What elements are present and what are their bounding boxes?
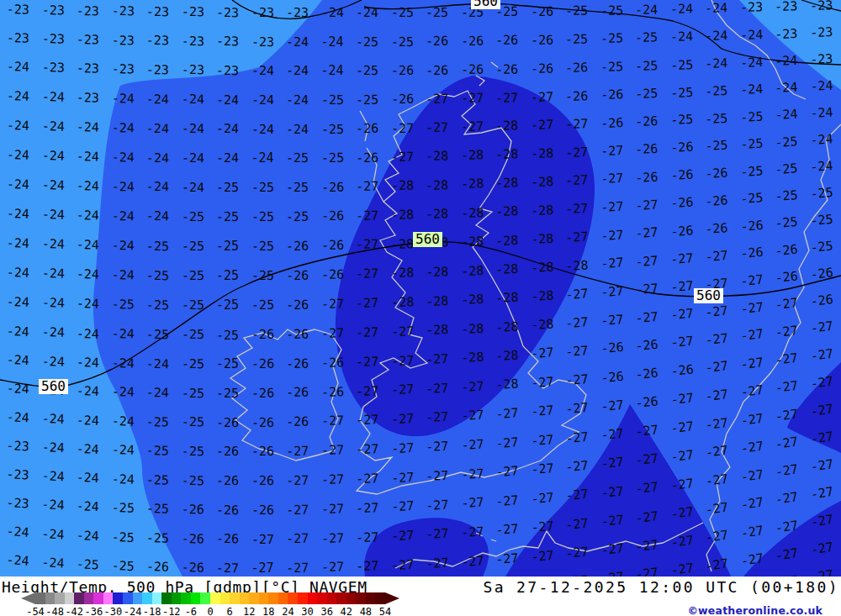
temp-value: -26	[705, 166, 728, 181]
temp-value: -24	[41, 120, 64, 134]
temp-value: -26	[181, 503, 204, 516]
temp-value: -27	[356, 443, 379, 456]
temp-value: -24	[740, 29, 764, 42]
temp-value: -25	[146, 445, 169, 458]
colorbar-cell	[375, 592, 385, 604]
temp-value: -27	[810, 541, 834, 557]
colorbar-cell	[259, 592, 269, 604]
temp-value: -27	[461, 380, 484, 393]
temp-value: -24	[111, 151, 134, 164]
temp-value: -27	[670, 477, 695, 492]
temp-value: -24	[775, 55, 798, 68]
temp-value: -24	[7, 266, 30, 280]
temp-value: -25	[670, 113, 694, 127]
temp-value: -25	[740, 165, 764, 179]
colorbar-cell	[93, 592, 103, 604]
temp-value: -23	[77, 5, 99, 18]
temp-value: -25	[670, 86, 694, 99]
temp-value: -25	[356, 36, 378, 49]
temp-value: -27	[356, 502, 379, 515]
temp-value: -27	[600, 399, 624, 413]
temp-value: -23	[111, 5, 134, 18]
colorbar-cell	[317, 592, 327, 604]
temp-value: -28	[461, 293, 484, 307]
temp-value: -27	[635, 282, 659, 297]
temp-value: -26	[286, 329, 309, 341]
temp-value: -24	[146, 210, 169, 223]
temp-value: -23	[111, 34, 134, 47]
colorbar-cell	[172, 592, 182, 604]
temp-value: -27	[356, 268, 378, 282]
temp-value: -27	[565, 203, 589, 216]
temp-value: -24	[6, 354, 29, 367]
temp-value: -28	[495, 149, 519, 162]
temp-value: -26	[391, 65, 414, 77]
temp-value: -26	[251, 416, 274, 429]
temp-value: -28	[391, 238, 414, 251]
temp-value: -24	[41, 297, 65, 310]
temp-value: -24	[6, 296, 29, 309]
temp-value: -27	[810, 375, 834, 390]
temp-value: -24	[41, 179, 64, 192]
temp-value: -27	[565, 373, 589, 387]
temp-value: -25	[146, 299, 169, 312]
temp-value: -27	[426, 528, 449, 541]
temp-value: -28	[391, 296, 415, 309]
temp-value: -25	[600, 61, 623, 74]
temp-value: -25	[146, 329, 169, 341]
temp-value: -27	[600, 172, 624, 186]
temp-value: -25	[286, 152, 309, 165]
temp-value: -25	[740, 138, 764, 151]
temp-value: -23	[810, 0, 833, 13]
temp-value: -26	[286, 387, 309, 399]
temp-value: -25	[321, 94, 344, 107]
temp-value: -25	[146, 240, 169, 253]
temp-value: -23	[181, 64, 204, 76]
temp-value: -27	[775, 519, 799, 534]
temp-value: -27	[635, 566, 659, 577]
temp-value: -27	[286, 503, 309, 516]
temp-value: -25	[705, 85, 728, 98]
temp-value: -28	[426, 324, 449, 337]
temp-value: -27	[286, 533, 309, 545]
temp-value: -27	[705, 304, 728, 319]
colorbar-tick-label: -30	[104, 606, 123, 616]
temp-value: -25	[391, 7, 414, 19]
temp-value: -28	[426, 266, 449, 279]
temp-value: -27	[391, 559, 415, 572]
temp-value: -24	[181, 152, 204, 165]
temp-value: -27	[461, 497, 484, 511]
temp-value: -27	[531, 91, 553, 104]
temp-value: -27	[600, 313, 624, 328]
temp-value: -24	[7, 208, 30, 221]
temp-value: -25	[216, 240, 239, 253]
temp-value: -27	[565, 118, 589, 131]
temp-value: -23	[740, 2, 763, 15]
temp-value: -25	[76, 558, 99, 571]
colorbar-tick-label: 6	[226, 606, 232, 616]
temp-value: -27	[321, 561, 344, 575]
temp-value: -26	[251, 504, 274, 517]
temp-value: -27	[356, 561, 379, 574]
temp-value: -27	[461, 525, 484, 540]
temp-value: -25	[391, 35, 414, 48]
temp-value: -23	[41, 4, 64, 18]
temp-value: -27	[426, 470, 449, 483]
temp-value: -26	[565, 90, 589, 103]
temp-value: -27	[426, 353, 449, 366]
temp-value: -26	[531, 62, 553, 76]
temp-value: -24	[635, 3, 658, 17]
temp-value: -24	[810, 133, 833, 147]
temp-value: -24	[6, 411, 29, 424]
temp-value: -25	[810, 213, 833, 228]
temp-value: -27	[461, 467, 484, 481]
temp-value: -25	[251, 240, 274, 253]
temp-value: -27	[635, 482, 659, 497]
temp-value: -26	[740, 246, 764, 261]
colorbar-tick-label: 30	[301, 606, 313, 616]
temp-value: -26	[286, 298, 309, 311]
temp-value: -23	[251, 36, 273, 49]
temp-value: -27	[600, 201, 624, 214]
temp-value: -28	[426, 208, 448, 221]
temp-value: -27	[670, 420, 695, 435]
